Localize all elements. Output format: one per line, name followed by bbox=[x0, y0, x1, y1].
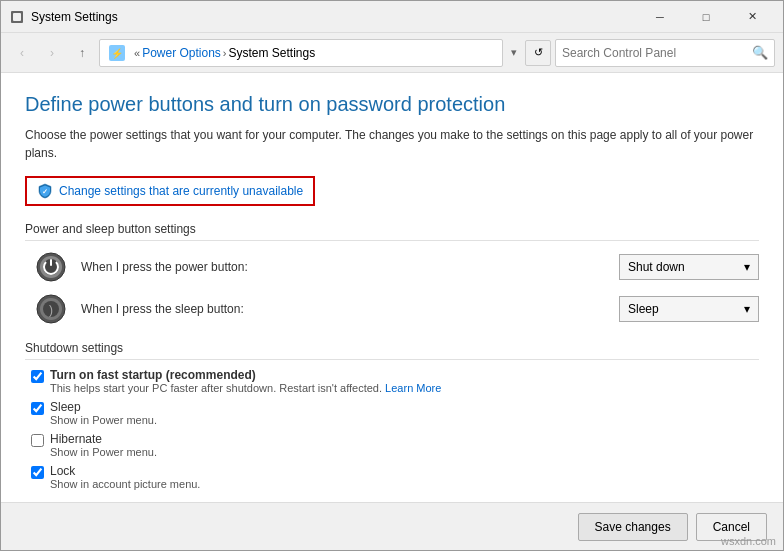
svg-text:): ) bbox=[49, 303, 53, 317]
search-icon[interactable]: 🔍 bbox=[752, 45, 768, 60]
maximize-button[interactable]: □ bbox=[683, 1, 729, 33]
addressbar: ‹ › ↑ ⚡ « Power Options › System Setting… bbox=[1, 33, 783, 73]
address-bar[interactable]: ⚡ « Power Options › System Settings bbox=[99, 39, 503, 67]
fast-startup-row: Turn on fast startup (recommended) This … bbox=[31, 368, 759, 394]
fast-startup-checkbox[interactable] bbox=[31, 370, 44, 383]
learn-more-link[interactable]: Learn More bbox=[385, 382, 441, 394]
sleep-dropdown-arrow: ▾ bbox=[744, 302, 750, 316]
titlebar-buttons: ─ □ ✕ bbox=[637, 1, 775, 33]
svg-rect-8 bbox=[50, 259, 52, 266]
dropdown-arrow[interactable]: ▾ bbox=[507, 46, 521, 59]
change-settings-button[interactable]: ✓ Change settings that are currently una… bbox=[25, 176, 315, 206]
sleep-button-value: Sleep bbox=[628, 302, 659, 316]
close-button[interactable]: ✕ bbox=[729, 1, 775, 33]
lock-checkbox[interactable] bbox=[31, 466, 44, 479]
hibernate-checkbox-row: Hibernate Show in Power menu. bbox=[31, 432, 759, 458]
sleep-checkbox[interactable] bbox=[31, 402, 44, 415]
sleep-button-row: ) When I press the sleep button: Sleep ▾ bbox=[35, 293, 759, 325]
titlebar: System Settings ─ □ ✕ bbox=[1, 1, 783, 33]
breadcrumb-sep-1: « bbox=[134, 47, 140, 59]
shutdown-section-header: Shutdown settings bbox=[25, 341, 759, 360]
lock-sub-label: Show in account picture menu. bbox=[50, 478, 200, 490]
svg-text:⚡: ⚡ bbox=[111, 47, 124, 60]
power-dropdown-arrow: ▾ bbox=[744, 260, 750, 274]
svg-rect-1 bbox=[13, 13, 21, 21]
power-button-value: Shut down bbox=[628, 260, 685, 274]
change-settings-label: Change settings that are currently unava… bbox=[59, 184, 303, 198]
svg-text:✓: ✓ bbox=[42, 188, 48, 195]
fast-startup-label-group: Turn on fast startup (recommended) This … bbox=[50, 368, 441, 394]
forward-button[interactable]: › bbox=[39, 40, 65, 66]
search-input[interactable] bbox=[562, 46, 752, 60]
breadcrumb-current: System Settings bbox=[229, 46, 316, 60]
shield-icon: ✓ bbox=[37, 183, 53, 199]
power-sleep-section-header: Power and sleep button settings bbox=[25, 222, 759, 241]
lock-label[interactable]: Lock bbox=[50, 464, 200, 478]
power-button-icon bbox=[35, 251, 67, 283]
sleep-label-group: Sleep Show in Power menu. bbox=[50, 400, 157, 426]
minimize-button[interactable]: ─ bbox=[637, 1, 683, 33]
hibernate-label-group: Hibernate Show in Power menu. bbox=[50, 432, 157, 458]
lock-label-group: Lock Show in account picture menu. bbox=[50, 464, 200, 490]
hibernate-label[interactable]: Hibernate bbox=[50, 432, 157, 446]
sleep-checkbox-row: Sleep Show in Power menu. bbox=[31, 400, 759, 426]
sleep-button-icon: ) bbox=[35, 293, 67, 325]
back-button[interactable]: ‹ bbox=[9, 40, 35, 66]
watermark: wsxdn.com bbox=[721, 535, 776, 547]
content-area: Define power buttons and turn on passwor… bbox=[1, 73, 783, 502]
sleep-button-dropdown[interactable]: Sleep ▾ bbox=[619, 296, 759, 322]
lock-checkbox-row: Lock Show in account picture menu. bbox=[31, 464, 759, 490]
sleep-button-label: When I press the sleep button: bbox=[81, 302, 619, 316]
refresh-button[interactable]: ↺ bbox=[525, 40, 551, 66]
sleep-label[interactable]: Sleep bbox=[50, 400, 157, 414]
breadcrumb-sep-2: › bbox=[223, 47, 227, 59]
hibernate-checkbox[interactable] bbox=[31, 434, 44, 447]
shutdown-section: Shutdown settings Turn on fast startup (… bbox=[25, 341, 759, 490]
footer: Save changes Cancel bbox=[1, 502, 783, 550]
power-button-row: When I press the power button: Shut down… bbox=[35, 251, 759, 283]
breadcrumb-power-options[interactable]: Power Options bbox=[142, 46, 221, 60]
hibernate-sub-label: Show in Power menu. bbox=[50, 446, 157, 458]
page-description: Choose the power settings that you want … bbox=[25, 126, 759, 162]
search-box: 🔍 bbox=[555, 39, 775, 67]
sleep-sub-label: Show in Power menu. bbox=[50, 414, 157, 426]
power-button-dropdown[interactable]: Shut down ▾ bbox=[619, 254, 759, 280]
fast-startup-sub-label: This helps start your PC faster after sh… bbox=[50, 382, 441, 394]
window-title: System Settings bbox=[31, 10, 637, 24]
page-title: Define power buttons and turn on passwor… bbox=[25, 93, 759, 116]
fast-startup-main-label[interactable]: Turn on fast startup (recommended) bbox=[50, 368, 441, 382]
save-changes-button[interactable]: Save changes bbox=[578, 513, 688, 541]
power-button-label: When I press the power button: bbox=[81, 260, 619, 274]
window-icon bbox=[9, 9, 25, 25]
up-button[interactable]: ↑ bbox=[69, 40, 95, 66]
main-window: System Settings ─ □ ✕ ‹ › ↑ ⚡ « Power Op… bbox=[0, 0, 784, 551]
